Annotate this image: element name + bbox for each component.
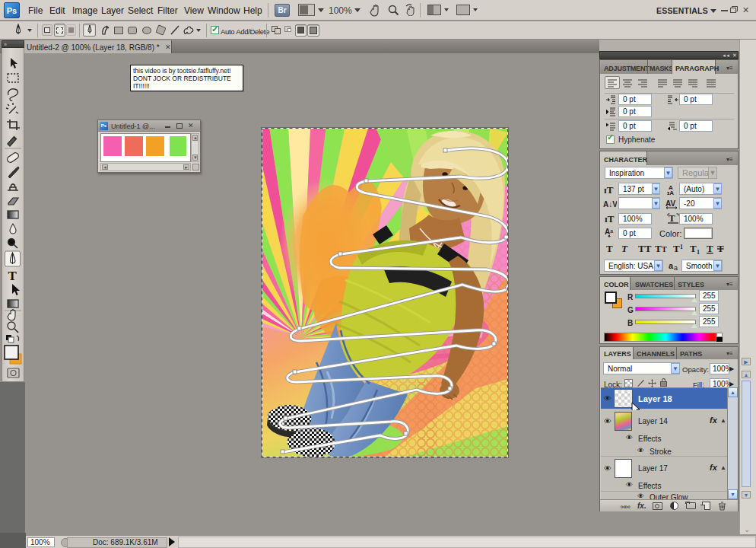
svg-text:1: 1 — [697, 249, 700, 255]
svg-text:T: T — [717, 243, 724, 254]
svg-text:T: T — [8, 269, 17, 283]
svg-text:a: a — [674, 264, 678, 271]
svg-text:Aᵃ: Aᵃ — [605, 228, 613, 236]
svg-text:T: T — [690, 243, 697, 254]
svg-text:A↓V: A↓V — [603, 200, 617, 209]
svg-text:T: T — [662, 245, 667, 253]
svg-text:AV: AV — [665, 199, 675, 208]
svg-text:T: T — [621, 243, 628, 254]
svg-text:T: T — [655, 243, 662, 254]
svg-text:T: T — [606, 243, 613, 254]
svg-text:T: T — [707, 243, 713, 254]
svg-text:ɪA: ɪA — [667, 190, 674, 196]
svg-text:a: a — [669, 261, 674, 270]
svg-text:TT: TT — [638, 243, 652, 254]
svg-text:ɪT: ɪT — [605, 213, 615, 224]
svg-text:T: T — [673, 243, 680, 254]
svg-text:ɪT: ɪT — [604, 184, 614, 195]
svg-text:1: 1 — [680, 244, 683, 250]
